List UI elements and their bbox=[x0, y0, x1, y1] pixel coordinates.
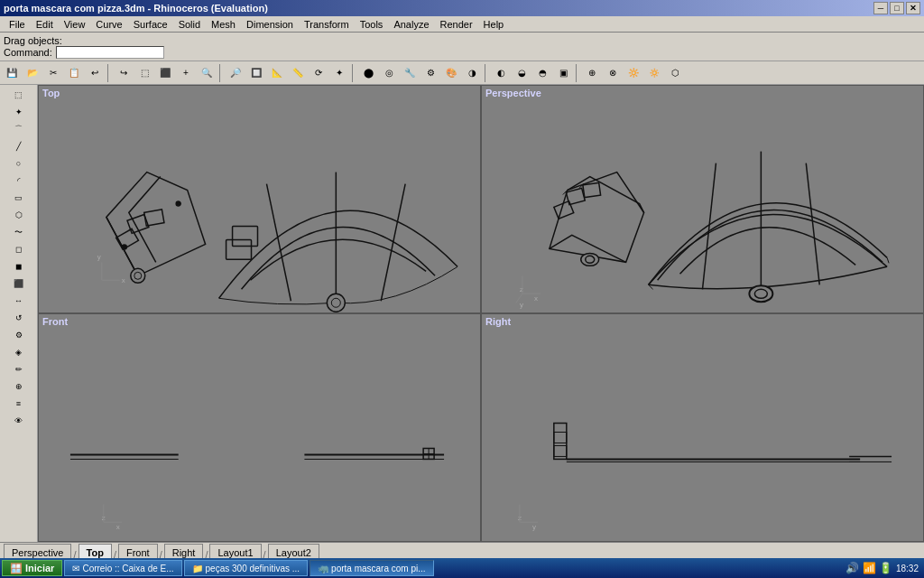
toolbar-button-2[interactable]: ✂ bbox=[43, 63, 63, 83]
rectangle-tool[interactable]: ▭ bbox=[3, 190, 35, 206]
menu-item-analyze[interactable]: Analyze bbox=[388, 18, 434, 31]
title-text: porta mascara com pizza.3dm - Rhinoceros… bbox=[4, 3, 268, 14]
toolbar-button-16[interactable]: ⬤ bbox=[358, 63, 378, 83]
toolbar-button-7[interactable]: ⬛ bbox=[155, 63, 175, 83]
svg-text:y: y bbox=[532, 523, 536, 531]
menu-item-surface[interactable]: Surface bbox=[128, 18, 173, 31]
toolbar-button-23[interactable]: ◒ bbox=[512, 63, 531, 83]
svg-text:y: y bbox=[520, 301, 523, 309]
toolbar-button-19[interactable]: ⚙ bbox=[420, 63, 440, 83]
toolbar-button-24[interactable]: ◓ bbox=[532, 63, 552, 83]
main-toolbar: 💾📂✂📋↩↪⬚⬛+🔍🔎🔲📐📏⟳✦⬤◎🔧⚙🎨◑◐◒◓▣⊕⊗🔆🔅⬡ bbox=[0, 61, 924, 85]
toolbar-button-4[interactable]: ↩ bbox=[85, 63, 105, 83]
viewport-top-canvas: x y bbox=[39, 86, 480, 312]
toolbar-button-9[interactable]: 🔍 bbox=[197, 63, 217, 83]
toolbar-button-1[interactable]: 📂 bbox=[23, 63, 42, 83]
toolbar-button-25[interactable]: ▣ bbox=[553, 63, 573, 83]
menu-item-dimension[interactable]: Dimension bbox=[241, 18, 299, 31]
circle-tool[interactable]: ○ bbox=[3, 155, 35, 172]
point-tool[interactable]: ✦ bbox=[3, 104, 35, 120]
menu-item-curve[interactable]: Curve bbox=[90, 18, 127, 31]
task-button-correio[interactable]: ✉ Correio :: Caixa de E... bbox=[64, 560, 181, 576]
toolbar-button-3[interactable]: 📋 bbox=[64, 63, 84, 83]
menu-item-tools[interactable]: Tools bbox=[355, 18, 389, 31]
viewport-perspective-canvas: z x y bbox=[482, 86, 923, 312]
snap-tool[interactable]: ⊕ bbox=[3, 378, 35, 395]
menu-bar: FileEditViewCurveSurfaceSolidMeshDimensi… bbox=[0, 16, 924, 33]
svg-rect-48 bbox=[482, 315, 923, 540]
svg-point-16 bbox=[331, 298, 340, 307]
svg-point-30 bbox=[586, 256, 595, 263]
menu-item-transform[interactable]: Transform bbox=[299, 18, 355, 31]
menu-item-view[interactable]: View bbox=[59, 18, 91, 31]
toolbar-button-17[interactable]: ◎ bbox=[379, 63, 399, 83]
toolbar-button-30[interactable]: ⬡ bbox=[665, 63, 685, 83]
start-icon: 🪟 bbox=[10, 563, 23, 574]
svg-point-11 bbox=[134, 272, 142, 279]
menu-item-mesh[interactable]: Mesh bbox=[206, 18, 241, 31]
menu-item-help[interactable]: Help bbox=[478, 18, 510, 31]
toolbar-button-13[interactable]: 📏 bbox=[288, 63, 308, 83]
toolbar-button-20[interactable]: 🎨 bbox=[441, 63, 461, 83]
toolbar-button-22[interactable]: ◐ bbox=[491, 63, 511, 83]
toolbar-button-29[interactable]: 🔅 bbox=[644, 63, 664, 83]
line-tool[interactable]: ╱ bbox=[3, 138, 35, 154]
viewport-perspective[interactable]: Perspective z x y bbox=[481, 85, 924, 313]
menu-item-render[interactable]: Render bbox=[435, 18, 478, 31]
polygon-tool[interactable]: ⬡ bbox=[3, 207, 35, 223]
toolbar-button-21[interactable]: ◑ bbox=[462, 63, 482, 83]
maximize-button[interactable]: □ bbox=[890, 2, 904, 14]
render-tool[interactable]: ◈ bbox=[3, 344, 35, 360]
select-tool[interactable]: ⬚ bbox=[3, 87, 35, 103]
toolbar-separator-22 bbox=[485, 64, 488, 82]
task-label-correio: Correio :: Caixa de E... bbox=[82, 564, 173, 573]
toolbar-button-8[interactable]: + bbox=[176, 63, 196, 83]
toolbar-button-12[interactable]: 📐 bbox=[267, 63, 287, 83]
task-button-porta[interactable]: 🦏 porta mascara com pi... bbox=[310, 560, 433, 576]
task-button-pecas[interactable]: 📁 peças 300 definitivas ... bbox=[184, 560, 309, 576]
left-toolbar: ⬚ ✦ ⌒ ╱ ○ ◜ ▭ ⬡ 〜 ◻ ◼ ⬛ ↔ ↺ ⚙ ◈ ✏ ⊕ ≡ 👁 bbox=[0, 85, 38, 542]
title-bar-buttons: ─ □ ✕ bbox=[873, 2, 920, 14]
close-button[interactable]: ✕ bbox=[906, 2, 920, 14]
freeform-tool[interactable]: 〜 bbox=[3, 224, 35, 240]
toolbar-separator-5 bbox=[107, 64, 111, 82]
toolbar-button-0[interactable]: 💾 bbox=[2, 63, 22, 83]
minimize-button[interactable]: ─ bbox=[873, 2, 888, 14]
toolbar-button-28[interactable]: 🔆 bbox=[624, 63, 643, 83]
taskbar-right: 🔊 📶 🔋 18:32 bbox=[845, 562, 922, 574]
toolbar-button-10[interactable]: 🔎 bbox=[226, 63, 245, 83]
viewport-top[interactable]: Top x y bbox=[38, 85, 481, 313]
menu-item-file[interactable]: File bbox=[4, 18, 31, 31]
viewport-front[interactable]: Front z x bbox=[38, 313, 481, 542]
surface-tool[interactable]: ◻ bbox=[3, 241, 35, 257]
draft-tool[interactable]: ✏ bbox=[3, 361, 35, 378]
curve-tool[interactable]: ⌒ bbox=[3, 121, 35, 137]
menu-item-edit[interactable]: Edit bbox=[31, 18, 59, 31]
analyze-tool[interactable]: ⚙ bbox=[3, 327, 35, 343]
toolbar-button-15[interactable]: ✦ bbox=[329, 63, 349, 83]
task-icon-correio: ✉ bbox=[72, 564, 79, 573]
solid-tool[interactable]: ◼ bbox=[3, 258, 35, 275]
mesh-tool[interactable]: ⬛ bbox=[3, 275, 35, 292]
toolbar-button-14[interactable]: ⟳ bbox=[309, 63, 328, 83]
layer-tool[interactable]: ≡ bbox=[3, 396, 35, 412]
menu-item-solid[interactable]: Solid bbox=[173, 18, 206, 31]
view-tool[interactable]: 👁 bbox=[3, 413, 35, 429]
toolbar-button-27[interactable]: ⊗ bbox=[603, 63, 623, 83]
viewport-right[interactable]: Right z y bbox=[481, 313, 924, 542]
command-label: Command: bbox=[4, 47, 52, 58]
toolbar-button-18[interactable]: 🔧 bbox=[400, 63, 420, 83]
dim-tool[interactable]: ↔ bbox=[3, 293, 35, 309]
toolbar-separator-10 bbox=[219, 64, 223, 82]
transform-tool[interactable]: ↺ bbox=[3, 310, 35, 326]
viewport-right-canvas: z y bbox=[482, 314, 923, 541]
svg-rect-19 bbox=[482, 87, 923, 312]
toolbar-button-11[interactable]: 🔲 bbox=[246, 63, 266, 83]
start-button[interactable]: 🪟 Iniciar bbox=[2, 560, 62, 576]
toolbar-button-26[interactable]: ⊕ bbox=[582, 63, 602, 83]
toolbar-button-5[interactable]: ↪ bbox=[114, 63, 134, 83]
toolbar-button-6[interactable]: ⬚ bbox=[134, 63, 154, 83]
svg-point-8 bbox=[122, 245, 126, 249]
arc-tool[interactable]: ◜ bbox=[3, 172, 35, 189]
command-input[interactable] bbox=[56, 46, 164, 59]
